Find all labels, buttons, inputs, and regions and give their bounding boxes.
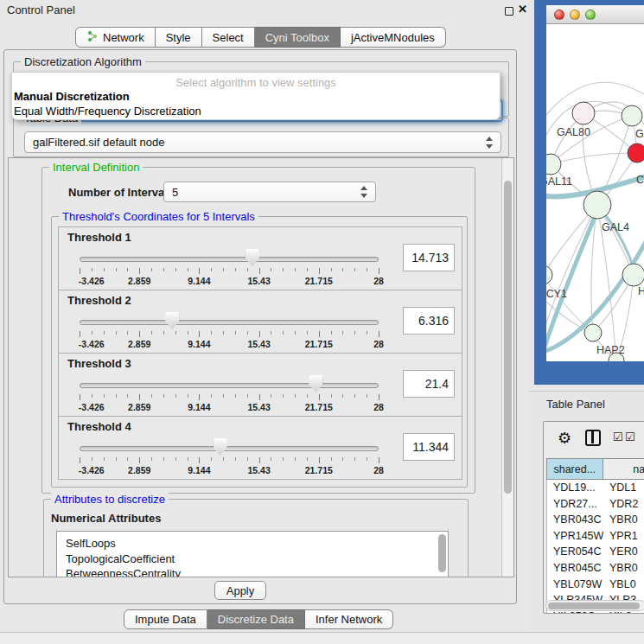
table-row[interactable]: YBL079WYBL0 [547,577,644,593]
table-row[interactable]: YBR043CYBR0 [547,512,644,528]
slider-tick [319,457,320,463]
list-scrollbar[interactable] [437,532,448,577]
slider-thumb-icon[interactable] [214,438,227,456]
threshold-slider[interactable]: -3.4262.8599.14415.4321.71528 [80,434,379,477]
tab-network[interactable]: Network [75,27,156,48]
vertical-scrollbar-thumb[interactable] [504,181,512,494]
slider-tick [354,331,355,335]
network-node[interactable] [622,105,642,126]
network-node[interactable] [622,264,644,286]
network-window-titlebar[interactable] [546,5,644,24]
zoom-traffic-light-icon[interactable] [585,10,596,20]
table-cell: YBL0 [603,577,644,593]
slider-tick [319,331,320,337]
node-label: HAP2 [596,344,625,356]
slider-tick [211,394,212,398]
slider-track[interactable] [80,383,379,388]
vertical-scrollbar[interactable] [501,158,513,577]
network-node[interactable] [572,102,595,124]
network-node[interactable] [583,191,611,219]
table-row[interactable]: YDR27...YDR2 [547,496,644,513]
network-window: GAL80GACGAL11GAL4GCY1HHAP2 [534,0,644,385]
horizontal-scrollbar-thumb[interactable] [548,603,640,609]
column-header[interactable]: na [603,459,644,479]
table-body: YDL19...YDL1YDR27...YDR2YBR043CYBR0YPR14… [546,480,644,614]
bottom-tab-discretize-data[interactable]: Discretize Data [207,609,305,629]
slider-track[interactable] [80,320,379,325]
threshold-value-field[interactable]: 11.344 [403,433,455,461]
columns-icon[interactable] [585,430,601,446]
float-window-icon[interactable] [505,7,513,16]
table-row[interactable]: YPR145WYPR1 [547,528,644,545]
threshold-value-field[interactable]: 14.713 [403,244,455,271]
slider-thumb-icon[interactable] [245,249,259,266]
close-icon[interactable]: ✕ [518,3,527,16]
slider-tick-label: 2.859 [128,276,150,286]
close-traffic-light-icon[interactable] [554,10,564,20]
bottom-tab-impute-data[interactable]: Impute Data [124,609,207,629]
dropdown-item-manual-discretization[interactable]: Manual Discretization [12,89,500,104]
settings-scroll-area: Interval Definition Number of Intervals … [8,157,514,577]
numerical-attributes-list[interactable]: SelfLoopsTopologicalCoefficientBetweenne… [56,531,449,577]
slider-tick [247,268,248,271]
slider-tick [188,457,188,461]
threshold-slider[interactable]: -3.4262.8599.14415.4321.71528 [80,308,379,351]
table-cell: YER0 [603,544,644,560]
dropdown-item-equal-width-frequency[interactable]: Equal Width/Frequency Discretization [12,104,500,118]
threshold-slider[interactable]: -3.4262.8599.14415.4321.71528 [80,245,379,288]
threshold-value-field[interactable]: 21.4 [403,370,455,398]
table-cell: YDR2 [603,496,644,513]
tab-jactivemnodules[interactable]: jActiveMNodules [341,27,446,48]
threshold-slider[interactable]: -3.4262.8599.14415.4321.71528 [80,371,379,414]
slider-track[interactable] [80,446,379,451]
control-panel-titlebar: Control Panel ✕ [0,0,529,21]
slider-track[interactable] [80,257,379,262]
network-node[interactable] [584,324,602,341]
slider-tick [92,268,92,271]
table-data-select[interactable]: galFiltered.sif default node [24,131,501,153]
slider-tick [342,331,343,335]
checkbox-icon[interactable]: ☑ [613,430,623,443]
horizontal-scrollbar[interactable] [545,600,644,611]
slider-thumb-icon[interactable] [309,375,322,392]
tab-label: Cyni Toolbox [265,31,329,44]
slider-tick [283,457,284,461]
apply-button[interactable]: Apply [214,581,266,600]
number-of-intervals-select[interactable]: 5 [163,182,376,202]
gear-icon[interactable]: ⚙ [558,429,571,448]
threshold-value-field[interactable]: 6.316 [403,307,455,335]
network-node[interactable] [546,265,552,284]
panel-title: Control Panel [7,3,75,16]
table-row[interactable]: YER054CYER0 [547,544,644,560]
tab-select[interactable]: Select [202,27,255,48]
list-scrollbar-thumb[interactable] [438,534,446,572]
bottom-tab-infer-network[interactable]: Infer Network [305,609,393,629]
slider-tick [163,331,164,335]
slider-tick [271,394,271,398]
table-row[interactable]: YDL19...YDL1 [547,480,644,496]
network-node[interactable] [628,143,644,163]
node-label: GAL80 [557,126,590,138]
tab-cyni-toolbox[interactable]: Cyni Toolbox [255,27,341,48]
slider-tick-label: 9.144 [188,402,210,412]
list-item[interactable]: BetweennessCentrality [66,566,448,577]
table-row[interactable]: YBR045CYBR0 [547,560,644,577]
control-panel: Control Panel ✕ NetworkStyleSelectCyni T… [0,0,529,644]
slider-tick-label: -3.426 [79,276,105,286]
network-edge[interactable] [551,153,637,164]
slider-tick [235,331,236,335]
slider-tick [319,268,320,274]
checkbox-icon[interactable]: ☑ [625,430,635,443]
list-item[interactable]: TopologicalCoefficient [66,552,448,567]
minimize-traffic-light-icon[interactable] [570,10,580,20]
list-item[interactable]: SelfLoops [66,536,448,552]
threshold-panel-threshold-3: Threshold 3-3.4262.8599.14415.4321.71528… [58,353,462,417]
column-header[interactable]: shared... [547,459,603,479]
slider-tick [163,457,164,461]
slider-tick-label: 21.715 [305,339,333,349]
network-canvas[interactable]: GAL80GACGAL11GAL4GCY1HHAP2 [546,24,644,361]
table-cell: YPR145W [547,528,603,545]
tab-style[interactable]: Style [156,27,202,48]
slider-thumb-icon[interactable] [165,312,179,329]
network-edge[interactable] [551,116,632,164]
